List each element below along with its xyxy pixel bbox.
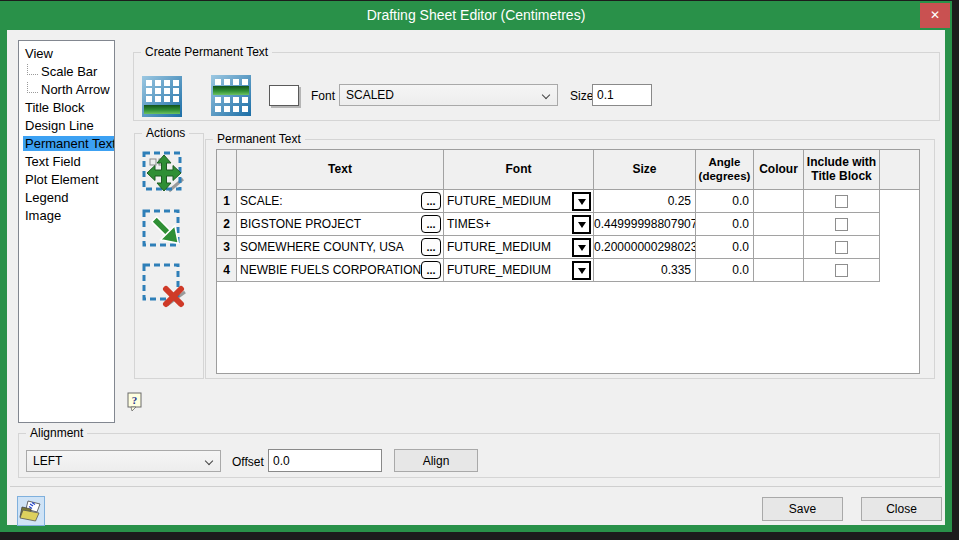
angle-cell[interactable]: 0.0: [696, 190, 754, 213]
row-number: 1: [217, 190, 237, 213]
include-checkbox[interactable]: [835, 264, 848, 277]
category-tree[interactable]: View Scale Bar North Arrow Title Block D…: [18, 40, 115, 423]
group-label: Actions: [142, 126, 189, 140]
tree-connector-icon: [27, 64, 38, 75]
align-button[interactable]: Align: [394, 449, 478, 472]
text-cell[interactable]: BIGSTONE PROJECT...: [237, 213, 444, 236]
edit-text-button[interactable]: ...: [421, 192, 441, 210]
font-dropdown-button[interactable]: [572, 261, 591, 280]
alignment-combobox[interactable]: LEFT: [26, 450, 221, 472]
chevron-down-icon: [542, 91, 550, 99]
sidebar-item-view[interactable]: View: [19, 45, 114, 63]
alignment-combobox-value: LEFT: [33, 454, 62, 468]
dropdown-arrow-icon: [578, 199, 586, 205]
row-number: 3: [217, 236, 237, 259]
text-cell[interactable]: SOMEWHERE COUNTY, USA...: [237, 236, 444, 259]
size-cell[interactable]: 0.20000000298023: [594, 236, 696, 259]
sidebar-item-design-line[interactable]: Design Line: [19, 117, 114, 135]
table-row-3: 3 SOMEWHERE COUNTY, USA... FUTURE_MEDIUM…: [217, 236, 919, 259]
include-cell: [804, 213, 880, 236]
header-size: Size: [594, 150, 696, 190]
sidebar-item-label: Scale Bar: [39, 64, 99, 79]
table-row-1: 1 SCALE:... FUTURE_MEDIUM 0.25 0.0: [217, 190, 919, 213]
size-cell[interactable]: 0.335: [594, 259, 696, 282]
header-font: Font: [444, 150, 594, 190]
angle-cell[interactable]: 0.0: [696, 259, 754, 282]
sidebar-item-label: Image: [23, 208, 63, 223]
sidebar-item-text-field[interactable]: Text Field: [19, 153, 114, 171]
font-cell[interactable]: TIMES+: [444, 213, 594, 236]
font-dropdown-button[interactable]: [572, 238, 591, 257]
place-text-button[interactable]: [141, 208, 187, 254]
colour-cell[interactable]: [754, 236, 804, 259]
group-label: Alignment: [26, 426, 87, 440]
sidebar-item-plot-element[interactable]: Plot Element: [19, 171, 114, 189]
close-dialog-button[interactable]: Close: [861, 497, 942, 521]
sidebar-item-legend[interactable]: Legend: [19, 189, 114, 207]
header-filler: [880, 150, 919, 190]
chevron-down-icon: [205, 457, 213, 465]
sidebar-item-north-arrow[interactable]: North Arrow: [19, 81, 114, 99]
help-icon: ?: [127, 399, 143, 414]
include-cell: [804, 259, 880, 282]
size-cell[interactable]: 0.25: [594, 190, 696, 213]
sidebar-item-permanent-text[interactable]: Permanent Text: [19, 135, 114, 153]
offset-input[interactable]: [268, 449, 382, 472]
window-close-button[interactable]: ✕: [920, 3, 950, 28]
text-value: NEWBIE FUELS CORPORATION: [240, 263, 421, 277]
delete-x-icon: [141, 262, 187, 308]
size-input[interactable]: [592, 84, 652, 106]
sidebar-item-scale-bar[interactable]: Scale Bar: [19, 63, 114, 81]
header-colour: Colour: [754, 150, 804, 190]
sidebar-item-label: Legend: [23, 190, 70, 205]
create-text-middle-button[interactable]: [211, 75, 251, 116]
colour-cell[interactable]: [754, 190, 804, 213]
size-label: Size: [570, 89, 593, 103]
font-combobox-value: SCALED: [346, 88, 394, 102]
font-cell[interactable]: FUTURE_MEDIUM: [444, 190, 594, 213]
sidebar-item-image[interactable]: Image: [19, 207, 114, 225]
edit-text-button[interactable]: ...: [421, 238, 441, 256]
move-text-button[interactable]: [141, 150, 187, 196]
font-cell[interactable]: FUTURE_MEDIUM: [444, 236, 594, 259]
dialog-body: View Scale Bar North Arrow Title Block D…: [7, 30, 945, 525]
create-permanent-text-group: Create Permanent Text: [133, 52, 940, 121]
text-value: SOMEWHERE COUNTY, USA: [240, 240, 404, 254]
font-dropdown-button[interactable]: [572, 215, 591, 234]
font-value: FUTURE_MEDIUM: [447, 194, 551, 208]
sidebar-item-label: View: [23, 46, 55, 61]
header-include: Include with Title Block: [804, 150, 880, 190]
create-text-bottom-button[interactable]: [142, 76, 182, 117]
place-arrow-icon: [141, 208, 187, 254]
sidebar-item-label: Design Line: [23, 118, 96, 133]
save-button[interactable]: Save: [762, 497, 843, 521]
dropdown-arrow-icon: [578, 268, 586, 274]
text-cell[interactable]: NEWBIE FUELS CORPORATION...: [237, 259, 444, 282]
colour-cell[interactable]: [754, 213, 804, 236]
font-dropdown-button[interactable]: [572, 192, 591, 211]
angle-cell[interactable]: 0.0: [696, 236, 754, 259]
title-bar[interactable]: Drafting Sheet Editor (Centimetres) ✕: [0, 1, 952, 30]
dropdown-arrow-icon: [578, 245, 586, 251]
colour-cell[interactable]: [754, 259, 804, 282]
font-value: TIMES+: [447, 217, 491, 231]
include-checkbox[interactable]: [835, 195, 848, 208]
text-colour-swatch[interactable]: [269, 85, 299, 106]
font-cell[interactable]: FUTURE_MEDIUM: [444, 259, 594, 282]
text-cell[interactable]: SCALE:...: [237, 190, 444, 213]
sidebar-item-title-block[interactable]: Title Block: [19, 99, 114, 117]
font-combobox[interactable]: SCALED: [339, 84, 558, 106]
edit-text-button[interactable]: ...: [421, 215, 441, 233]
include-checkbox[interactable]: [835, 241, 848, 254]
help-button[interactable]: ?: [127, 392, 143, 411]
angle-cell[interactable]: 0.0: [696, 213, 754, 236]
include-checkbox[interactable]: [835, 218, 848, 231]
grid-middle-band-icon: [211, 75, 251, 116]
size-cell[interactable]: 0.44999998807907: [594, 213, 696, 236]
font-value: FUTURE_MEDIUM: [447, 240, 551, 254]
font-label: Font: [311, 89, 335, 103]
edit-text-button[interactable]: ...: [421, 261, 441, 279]
delete-text-button[interactable]: [141, 262, 187, 308]
move-arrows-icon: [141, 150, 187, 196]
load-settings-button[interactable]: [17, 496, 45, 526]
